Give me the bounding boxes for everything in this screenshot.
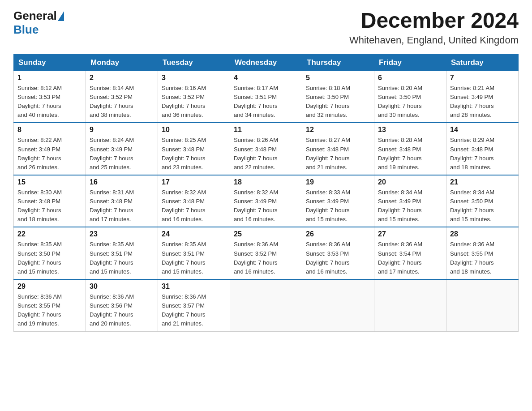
calendar-day-cell: 1Sunrise: 8:12 AM Sunset: 3:53 PM Daylig…: [14, 71, 86, 123]
calendar-body: 1Sunrise: 8:12 AM Sunset: 3:53 PM Daylig…: [14, 71, 519, 331]
day-info: Sunrise: 8:29 AM Sunset: 3:48 PM Dayligh…: [450, 136, 515, 172]
day-number: 30: [90, 283, 154, 291]
day-number: 9: [90, 126, 154, 134]
day-info: Sunrise: 8:12 AM Sunset: 3:53 PM Dayligh…: [17, 84, 82, 120]
day-info: Sunrise: 8:34 AM Sunset: 3:50 PM Dayligh…: [450, 188, 515, 224]
day-info: Sunrise: 8:14 AM Sunset: 3:52 PM Dayligh…: [90, 84, 154, 120]
calendar-day-cell: 13Sunrise: 8:28 AM Sunset: 3:48 PM Dayli…: [374, 123, 446, 175]
calendar-week-row: 22Sunrise: 8:35 AM Sunset: 3:50 PM Dayli…: [14, 227, 519, 279]
calendar-day-cell: 29Sunrise: 8:36 AM Sunset: 3:55 PM Dayli…: [14, 279, 86, 331]
day-info: Sunrise: 8:36 AM Sunset: 3:53 PM Dayligh…: [306, 240, 370, 276]
calendar-week-row: 8Sunrise: 8:22 AM Sunset: 3:49 PM Daylig…: [14, 123, 519, 175]
day-info: Sunrise: 8:35 AM Sunset: 3:51 PM Dayligh…: [162, 240, 226, 276]
day-info: Sunrise: 8:16 AM Sunset: 3:52 PM Dayligh…: [162, 84, 226, 120]
calendar-day-cell: 31Sunrise: 8:36 AM Sunset: 3:57 PM Dayli…: [158, 279, 230, 331]
weekday-header: Thursday: [302, 54, 374, 71]
day-info: Sunrise: 8:17 AM Sunset: 3:51 PM Dayligh…: [234, 84, 298, 120]
calendar-day-cell: 4Sunrise: 8:17 AM Sunset: 3:51 PM Daylig…: [230, 71, 302, 123]
day-number: 23: [90, 230, 154, 238]
calendar-day-cell: 12Sunrise: 8:27 AM Sunset: 3:48 PM Dayli…: [302, 123, 374, 175]
calendar-week-row: 1Sunrise: 8:12 AM Sunset: 3:53 PM Daylig…: [14, 71, 519, 123]
calendar-subtitle: Whitehaven, England, United Kingdom: [349, 34, 519, 46]
logo: General Blue: [13, 9, 65, 37]
day-info: Sunrise: 8:32 AM Sunset: 3:48 PM Dayligh…: [162, 188, 226, 224]
day-number: 27: [378, 230, 442, 238]
calendar-day-cell: 6Sunrise: 8:20 AM Sunset: 3:50 PM Daylig…: [374, 71, 446, 123]
day-info: Sunrise: 8:36 AM Sunset: 3:55 PM Dayligh…: [450, 240, 515, 276]
calendar-week-row: 29Sunrise: 8:36 AM Sunset: 3:55 PM Dayli…: [14, 279, 519, 331]
weekday-header: Tuesday: [158, 54, 230, 71]
calendar-day-cell: 14Sunrise: 8:29 AM Sunset: 3:48 PM Dayli…: [446, 123, 519, 175]
calendar-day-cell: 24Sunrise: 8:35 AM Sunset: 3:51 PM Dayli…: [158, 227, 230, 279]
calendar-day-cell: 23Sunrise: 8:35 AM Sunset: 3:51 PM Dayli…: [86, 227, 158, 279]
calendar-day-cell: 30Sunrise: 8:36 AM Sunset: 3:56 PM Dayli…: [86, 279, 158, 331]
weekday-header: Monday: [86, 54, 158, 71]
calendar-day-cell: 11Sunrise: 8:26 AM Sunset: 3:48 PM Dayli…: [230, 123, 302, 175]
calendar-day-cell: 19Sunrise: 8:33 AM Sunset: 3:49 PM Dayli…: [302, 175, 374, 227]
day-info: Sunrise: 8:30 AM Sunset: 3:48 PM Dayligh…: [17, 188, 82, 224]
calendar-day-cell: [302, 279, 374, 331]
logo-triangle-icon: [58, 11, 64, 21]
day-number: 2: [90, 74, 154, 82]
calendar-week-row: 15Sunrise: 8:30 AM Sunset: 3:48 PM Dayli…: [14, 175, 519, 227]
day-number: 3: [162, 74, 226, 82]
calendar-day-cell: [230, 279, 302, 331]
calendar-day-cell: 8Sunrise: 8:22 AM Sunset: 3:49 PM Daylig…: [14, 123, 86, 175]
weekday-header: Friday: [374, 54, 446, 71]
day-number: 13: [378, 126, 442, 134]
calendar-day-cell: 9Sunrise: 8:24 AM Sunset: 3:49 PM Daylig…: [86, 123, 158, 175]
day-number: 22: [17, 230, 82, 238]
calendar-day-cell: 17Sunrise: 8:32 AM Sunset: 3:48 PM Dayli…: [158, 175, 230, 227]
day-info: Sunrise: 8:28 AM Sunset: 3:48 PM Dayligh…: [378, 136, 442, 172]
day-number: 19: [306, 178, 370, 186]
day-number: 16: [90, 178, 154, 186]
calendar-day-cell: 18Sunrise: 8:32 AM Sunset: 3:49 PM Dayli…: [230, 175, 302, 227]
day-info: Sunrise: 8:35 AM Sunset: 3:50 PM Dayligh…: [17, 240, 82, 276]
calendar-title: December 2024: [349, 9, 519, 33]
day-number: 11: [234, 126, 298, 134]
day-number: 31: [162, 283, 226, 291]
page-header: General Blue December 2024 Whitehaven, E…: [13, 9, 519, 46]
day-info: Sunrise: 8:25 AM Sunset: 3:48 PM Dayligh…: [162, 136, 226, 172]
day-info: Sunrise: 8:26 AM Sunset: 3:48 PM Dayligh…: [234, 136, 298, 172]
day-number: 17: [162, 178, 226, 186]
day-info: Sunrise: 8:31 AM Sunset: 3:48 PM Dayligh…: [90, 188, 154, 224]
day-info: Sunrise: 8:35 AM Sunset: 3:51 PM Dayligh…: [90, 240, 154, 276]
day-info: Sunrise: 8:32 AM Sunset: 3:49 PM Dayligh…: [234, 188, 298, 224]
day-info: Sunrise: 8:36 AM Sunset: 3:57 PM Dayligh…: [162, 292, 226, 329]
day-info: Sunrise: 8:20 AM Sunset: 3:50 PM Dayligh…: [378, 84, 442, 120]
calendar-table: SundayMondayTuesdayWednesdayThursdayFrid…: [13, 54, 519, 332]
day-info: Sunrise: 8:22 AM Sunset: 3:49 PM Dayligh…: [17, 136, 82, 172]
calendar-day-cell: 7Sunrise: 8:21 AM Sunset: 3:49 PM Daylig…: [446, 71, 519, 123]
calendar-day-cell: [374, 279, 446, 331]
day-info: Sunrise: 8:36 AM Sunset: 3:55 PM Dayligh…: [17, 292, 82, 329]
title-block: December 2024 Whitehaven, England, Unite…: [349, 9, 519, 46]
day-number: 29: [17, 283, 82, 291]
day-number: 4: [234, 74, 298, 82]
day-number: 20: [378, 178, 442, 186]
calendar-day-cell: [446, 279, 519, 331]
day-info: Sunrise: 8:24 AM Sunset: 3:49 PM Dayligh…: [90, 136, 154, 172]
day-number: 14: [450, 126, 515, 134]
calendar-header: SundayMondayTuesdayWednesdayThursdayFrid…: [14, 54, 519, 71]
calendar-day-cell: 2Sunrise: 8:14 AM Sunset: 3:52 PM Daylig…: [86, 71, 158, 123]
day-number: 8: [17, 126, 82, 134]
calendar-day-cell: 15Sunrise: 8:30 AM Sunset: 3:48 PM Dayli…: [14, 175, 86, 227]
day-info: Sunrise: 8:33 AM Sunset: 3:49 PM Dayligh…: [306, 188, 370, 224]
calendar-day-cell: 20Sunrise: 8:34 AM Sunset: 3:49 PM Dayli…: [374, 175, 446, 227]
day-number: 24: [162, 230, 226, 238]
day-number: 25: [234, 230, 298, 238]
calendar-day-cell: 3Sunrise: 8:16 AM Sunset: 3:52 PM Daylig…: [158, 71, 230, 123]
day-number: 10: [162, 126, 226, 134]
calendar-day-cell: 10Sunrise: 8:25 AM Sunset: 3:48 PM Dayli…: [158, 123, 230, 175]
logo-blue-text: Blue: [13, 23, 39, 37]
day-info: Sunrise: 8:18 AM Sunset: 3:50 PM Dayligh…: [306, 84, 370, 120]
calendar-day-cell: 28Sunrise: 8:36 AM Sunset: 3:55 PM Dayli…: [446, 227, 519, 279]
day-number: 21: [450, 178, 515, 186]
calendar-day-cell: 5Sunrise: 8:18 AM Sunset: 3:50 PM Daylig…: [302, 71, 374, 123]
day-info: Sunrise: 8:34 AM Sunset: 3:49 PM Dayligh…: [378, 188, 442, 224]
calendar-day-cell: 26Sunrise: 8:36 AM Sunset: 3:53 PM Dayli…: [302, 227, 374, 279]
day-number: 26: [306, 230, 370, 238]
calendar-day-cell: 25Sunrise: 8:36 AM Sunset: 3:52 PM Dayli…: [230, 227, 302, 279]
day-number: 15: [17, 178, 82, 186]
